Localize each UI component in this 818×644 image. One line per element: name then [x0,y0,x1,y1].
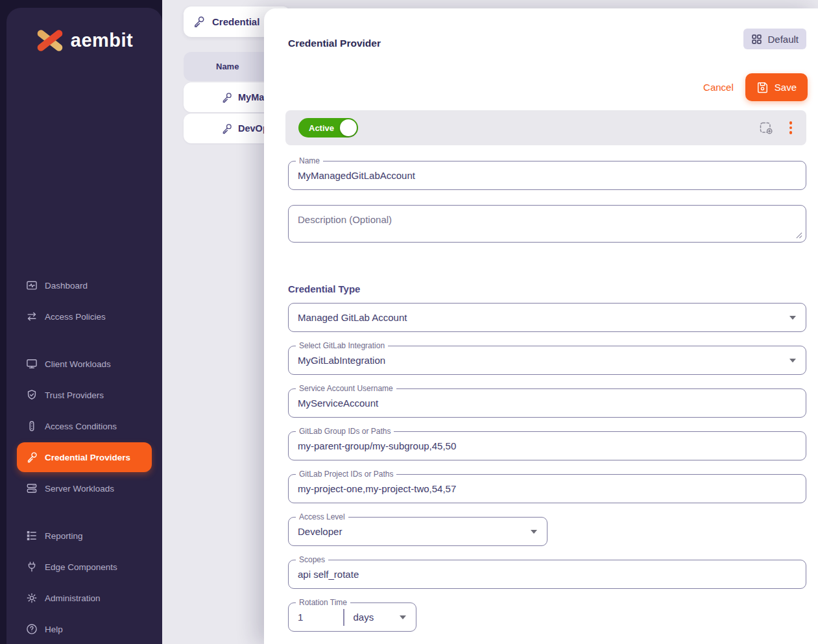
gitlab-group-ids-label: GitLab Group IDs or Paths [296,427,394,436]
scopes-label: Scopes [296,555,328,564]
logo-wordmark: aembit [71,30,133,51]
gitlab-integration-label: Select GitLab Integration [296,341,388,350]
sidebar-item-server-workloads[interactable]: Server Workloads [6,473,162,504]
aembit-x-mark-icon [36,27,64,53]
gitlab-group-ids-field: GitLab Group IDs or Paths [288,431,806,460]
sidebar-item-label: Help [45,625,63,634]
active-toggle[interactable]: Active [298,118,358,137]
gear-icon [25,591,38,604]
service-account-username-field: Service Account Username [288,388,806,418]
chevron-down-icon [789,359,796,363]
save-button[interactable]: Save [745,73,808,101]
plug-icon [25,560,38,573]
key-icon [221,123,233,135]
name-field-label: Name [296,156,323,165]
sidebar-item-client-workloads[interactable]: Client Workloads [6,348,162,379]
drawer-form: Name Credential Type Managed GitLab Acco… [264,145,818,632]
rotation-time-unit-value: days [344,612,400,623]
status-bar-icons [758,120,794,136]
sidebar-item-edge-components[interactable]: Edge Components [6,551,162,582]
report-list-icon [25,529,38,542]
access-level-label: Access Level [296,512,348,521]
sidebar-item-trust-providers[interactable]: Trust Providers [6,379,162,411]
gitlab-group-ids-input[interactable] [289,432,806,460]
sidebar-item-label: Dashboard [45,281,88,291]
chevron-down-icon [531,530,537,534]
sidebar-item-credential-providers[interactable]: Credential Providers [17,442,152,472]
credential-type-value: Managed GitLab Account [289,312,789,323]
credential-type-select[interactable]: Managed GitLab Account [288,303,806,332]
rotation-time-input[interactable] [289,603,343,631]
sidebar-item-reporting[interactable]: Reporting [6,520,162,551]
access-level-select[interactable]: Access Level Developer [288,517,547,546]
sidebar-item-label: Trust Providers [45,390,104,400]
scopes-input[interactable] [289,560,806,588]
traffic-light-icon [25,420,38,433]
default-button-label: Default [767,34,799,45]
name-input[interactable] [289,161,806,189]
drawer-body: Active Name [264,110,818,632]
aembit-logo: aembit [6,8,162,53]
credential-type-heading: Credential Type [288,283,806,294]
sidebar-item-access-policies[interactable]: Access Policies [6,301,162,332]
chevron-down-icon [789,316,796,320]
rotation-time-field: Rotation Time days [288,602,416,632]
description-input[interactable] [289,206,806,242]
sidebar-item-dashboard[interactable]: Dashboard [6,270,162,301]
gitlab-integration-select[interactable]: Select GitLab Integration MyGitLabIntegr… [288,346,806,375]
rotation-time-label: Rotation Time [296,598,350,607]
sidebar-item-label: Access Policies [45,312,106,322]
service-account-username-input[interactable] [289,389,806,417]
drawer-title: Credential Provider [288,38,381,49]
cancel-button[interactable]: Cancel [703,82,734,93]
sidebar: aembit Dashboard Access Policies [6,8,162,644]
dashboard-icon [25,279,38,292]
toggle-knob [340,119,357,136]
help-circle-icon [25,623,38,636]
grid-icon [751,34,762,45]
save-button-label: Save [775,82,797,93]
sidebar-item-label: Client Workloads [45,359,111,369]
server-stack-icon [25,482,38,495]
default-view-button[interactable]: Default [743,29,806,49]
service-account-username-label: Service Account Username [296,384,396,393]
sidebar-item-label: Administration [45,593,101,603]
save-floppy-icon [756,81,769,93]
description-field-wrapper [288,205,806,243]
sidebar-item-label: Credential Providers [45,453,130,462]
sidebar-item-administration[interactable]: Administration [6,582,162,614]
scopes-field: Scopes [288,560,806,589]
sidebar-item-help[interactable]: Help [6,614,162,644]
add-tag-icon[interactable] [758,120,774,136]
gitlab-project-ids-label: GitLab Project IDs or Paths [296,470,396,479]
key-icon [25,451,38,464]
sidebar-item-label: Server Workloads [45,484,114,494]
resize-handle-icon[interactable] [795,232,802,239]
kebab-menu-icon[interactable] [788,120,794,136]
sidebar-item-access-conditions[interactable]: Access Conditions [6,411,162,442]
sidebar-item-label: Reporting [45,531,83,541]
sidebar-item-label: Edge Components [45,562,117,572]
drawer-actions: Cancel Save [703,73,808,101]
transfer-arrows-icon [25,310,38,323]
gitlab-project-ids-field: GitLab Project IDs or Paths [288,474,806,503]
column-header-label: Name [216,62,239,71]
chevron-down-icon[interactable] [400,615,406,619]
tab-label: Credential [212,16,259,27]
sidebar-nav: Dashboard Access Policies Client Workloa… [6,270,162,644]
monitor-icon [25,357,38,370]
gitlab-project-ids-input[interactable] [289,475,806,503]
status-bar: Active [285,110,806,145]
credential-provider-drawer: Credential Provider Default Cancel S [264,8,818,644]
key-icon [192,15,206,29]
active-toggle-label: Active [309,123,334,133]
main-content-area: Credential Name MyMan DevOp Credential P… [162,0,818,644]
shield-check-icon [25,388,38,401]
key-icon [221,91,233,104]
gitlab-integration-value: MyGitLabIntegration [289,355,789,366]
name-field-wrapper: Name [288,161,806,190]
access-level-value: Developer [289,526,531,537]
sidebar-item-label: Access Conditions [45,422,117,431]
